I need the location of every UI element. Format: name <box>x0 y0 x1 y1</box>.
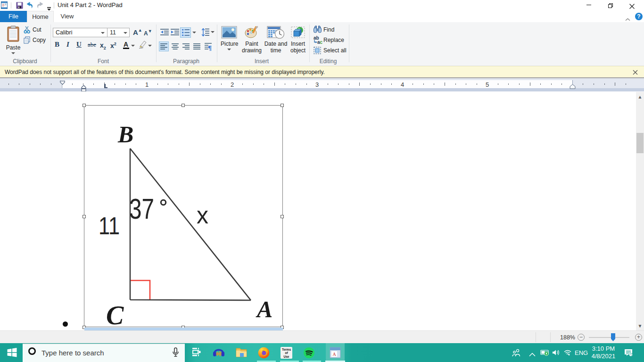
svg-text:x: x <box>197 202 208 229</box>
svg-text:B: B <box>117 121 133 148</box>
svg-text:C: C <box>106 301 124 327</box>
svg-text:c: c <box>320 40 323 44</box>
svg-text:37: 37 <box>129 192 154 225</box>
svg-text:A: A <box>256 296 272 322</box>
svg-text:¶: ¶ <box>208 44 212 51</box>
svg-text:11: 11 <box>99 212 120 239</box>
svg-text:A: A <box>332 352 336 357</box>
